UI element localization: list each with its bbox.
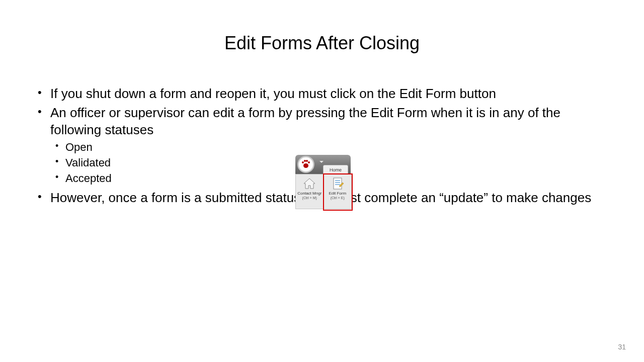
sub-bullet-text: Open: [65, 141, 93, 153]
bullet-item: If you shut down a form and reopen it, y…: [33, 85, 611, 103]
ribbon-titlebar: Home: [295, 155, 351, 174]
ribbon-body: Contact Mngr (Ctrl + M) Edit Form (Ctrl …: [295, 174, 352, 209]
paw-icon: [301, 160, 310, 169]
button-label: Contact Mngr: [297, 192, 321, 196]
sub-bullet-text: Accepted: [65, 172, 112, 185]
slide: Edit Forms After Closing If you shut dow…: [0, 0, 644, 362]
tab-home[interactable]: Home: [323, 165, 348, 175]
edit-form-button[interactable]: Edit Form (Ctrl + E): [324, 174, 352, 209]
bullet-text: If you shut down a form and reopen it, y…: [50, 86, 496, 101]
page-number: 31: [618, 343, 626, 351]
button-label: Edit Form: [329, 192, 346, 196]
form-edit-icon: [331, 176, 345, 191]
ribbon-screenshot: Home Contact Mngr (Ctrl + M): [295, 155, 351, 208]
contact-mngr-button[interactable]: Contact Mngr (Ctrl + M): [296, 174, 324, 209]
house-icon: [302, 176, 316, 191]
slide-title: Edit Forms After Closing: [0, 33, 644, 54]
app-menu-button[interactable]: [297, 156, 314, 173]
button-shortcut: (Ctrl + M): [302, 196, 317, 200]
svg-rect-1: [334, 178, 342, 189]
chevron-down-icon: [319, 159, 324, 164]
button-shortcut: (Ctrl + E): [331, 196, 345, 200]
sub-bullet-item: Open: [50, 140, 611, 155]
bullet-text: An officer or supervisor can edit a form…: [50, 105, 560, 137]
sub-bullet-text: Validated: [65, 156, 111, 169]
svg-marker-0: [304, 178, 315, 189]
